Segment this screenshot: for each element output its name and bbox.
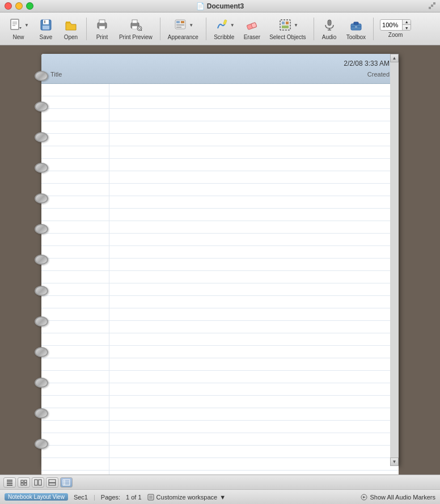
notebook-line[interactable] (41, 308, 399, 321)
line-content[interactable] (109, 259, 399, 270)
line-content[interactable] (109, 109, 399, 121)
line-content[interactable] (109, 358, 399, 370)
notebook-line[interactable] (41, 421, 399, 433)
line-content[interactable] (109, 471, 399, 475)
notebook-line[interactable] (41, 358, 399, 371)
print-button[interactable]: Print (91, 15, 113, 43)
line-content[interactable] (109, 283, 399, 295)
line-content[interactable] (109, 421, 399, 433)
line-content[interactable] (109, 446, 399, 458)
line-margin (41, 358, 109, 370)
line-content[interactable] (109, 346, 399, 358)
line-content[interactable] (109, 134, 399, 146)
notebook-line[interactable] (41, 446, 399, 458)
notebook-line[interactable] (41, 146, 399, 159)
notebook-line[interactable] (41, 321, 399, 333)
line-content[interactable] (109, 246, 399, 258)
notebook-line[interactable] (41, 234, 399, 246)
close-button[interactable] (5, 2, 12, 10)
notebook-line[interactable] (41, 121, 399, 134)
print-preview-button[interactable]: Print Preview (116, 15, 156, 43)
notebook-line[interactable] (41, 84, 399, 96)
notebook-line[interactable] (41, 371, 399, 383)
scroll-down-button[interactable]: ▼ (390, 458, 399, 466)
notebook-line[interactable] (41, 433, 399, 446)
line-content[interactable] (109, 296, 399, 308)
line-content[interactable] (109, 308, 399, 320)
notebook-line[interactable] (41, 221, 399, 234)
notebook-line[interactable] (41, 259, 399, 271)
notebook-line[interactable] (41, 283, 399, 296)
line-content[interactable] (109, 159, 399, 171)
view-columns-button[interactable] (32, 477, 44, 488)
view-card-button[interactable] (46, 477, 58, 488)
notebook-line[interactable] (41, 196, 399, 209)
zoom-stepper[interactable]: ▲ ▼ (402, 19, 411, 31)
audio-button[interactable]: Audio (318, 15, 341, 43)
eraser-button[interactable]: Eraser (240, 15, 264, 43)
notebook-line[interactable] (41, 159, 399, 171)
line-content[interactable] (109, 408, 399, 420)
notebook-line[interactable] (41, 246, 399, 259)
line-content[interactable] (109, 96, 399, 108)
line-content[interactable] (109, 221, 399, 233)
line-content[interactable] (109, 196, 399, 208)
line-content[interactable] (109, 433, 399, 445)
line-content[interactable] (109, 234, 399, 245)
toolbox-icon (348, 17, 364, 33)
scrollbar[interactable]: ▲ ▼ (390, 54, 399, 466)
minimize-button[interactable] (15, 2, 23, 10)
notebook-line[interactable] (41, 383, 399, 396)
show-audio-markers-button[interactable]: Show All Audio Markers (361, 494, 435, 501)
notebook-line[interactable] (41, 171, 399, 184)
zoom-down-button[interactable]: ▼ (403, 25, 411, 31)
new-button[interactable]: ▼ New (5, 15, 32, 43)
notebook-line[interactable] (41, 471, 399, 475)
line-content[interactable] (109, 121, 399, 133)
notebook-line[interactable] (41, 209, 399, 221)
line-content[interactable] (109, 458, 399, 470)
notebook-line[interactable] (41, 408, 399, 421)
line-content[interactable] (109, 84, 399, 96)
notebook-line[interactable] (41, 109, 399, 121)
zoom-input[interactable] (380, 22, 402, 28)
customize-workspace-button[interactable]: Customize workspace ▼ (147, 494, 226, 501)
zoom-up-button[interactable]: ▲ (403, 19, 411, 25)
notebook-line[interactable] (41, 333, 399, 346)
view-list-button[interactable] (3, 477, 16, 488)
line-content[interactable] (109, 209, 399, 221)
line-content[interactable] (109, 321, 399, 333)
line-content[interactable] (109, 383, 399, 395)
scribble-button[interactable]: ▼ Scribble (210, 15, 238, 43)
save-button[interactable]: Save (35, 15, 57, 43)
line-margin (41, 433, 109, 445)
view-notebook-button[interactable] (60, 477, 73, 488)
notebook-line[interactable] (41, 346, 399, 358)
notebook-line[interactable] (41, 458, 399, 471)
line-content[interactable] (109, 171, 399, 183)
maximize-button[interactable] (26, 2, 33, 10)
line-content[interactable] (109, 396, 399, 408)
line-content[interactable] (109, 333, 399, 345)
notebook-line[interactable] (41, 184, 399, 196)
notebook-line[interactable] (41, 271, 399, 283)
select-objects-button[interactable]: ▼ Select Objects (266, 15, 309, 43)
scroll-track[interactable] (390, 62, 399, 458)
scroll-up-button[interactable]: ▲ (390, 54, 399, 62)
resize-icon[interactable] (429, 1, 435, 11)
line-content[interactable] (109, 271, 399, 283)
view-grid-button[interactable] (18, 477, 30, 488)
window-controls[interactable] (5, 2, 33, 10)
open-button[interactable]: Open (60, 15, 82, 43)
line-margin (41, 333, 109, 345)
notebook-lines[interactable] (41, 84, 399, 475)
notebook-line[interactable] (41, 396, 399, 408)
appearance-button[interactable]: ▼ Appearance (164, 15, 202, 43)
line-content[interactable] (109, 371, 399, 383)
notebook-line[interactable] (41, 296, 399, 308)
line-content[interactable] (109, 146, 399, 158)
line-content[interactable] (109, 184, 399, 196)
toolbox-button[interactable]: Toolbox (343, 15, 369, 43)
notebook-line[interactable] (41, 134, 399, 146)
notebook-line[interactable] (41, 96, 399, 109)
